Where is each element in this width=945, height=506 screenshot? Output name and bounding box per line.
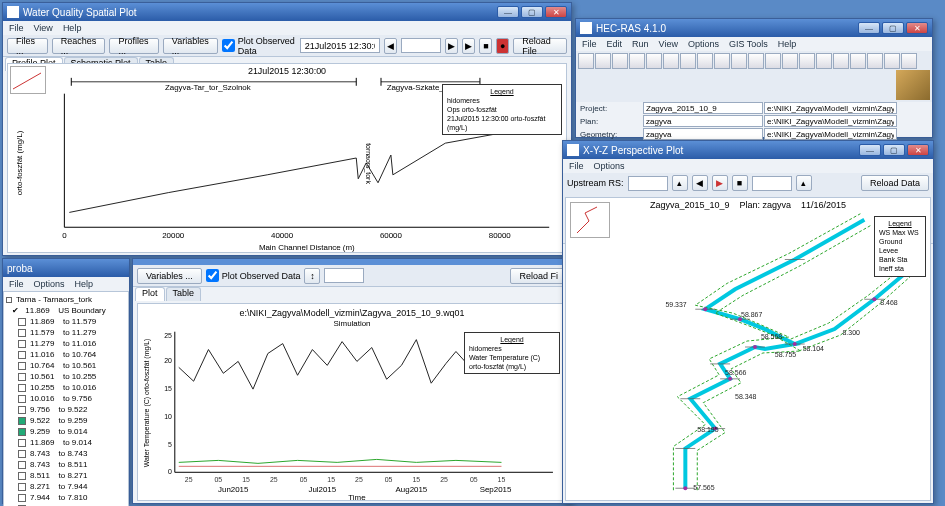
- tab-plot[interactable]: Plot: [135, 287, 165, 301]
- tool-run-icon[interactable]: [663, 53, 679, 69]
- maximize-button[interactable]: ▢: [883, 144, 905, 156]
- menu-help[interactable]: Help: [778, 39, 797, 49]
- slider-field[interactable]: [752, 176, 792, 191]
- checkbox-icon[interactable]: [18, 439, 26, 447]
- tree-row[interactable]: 11.579 to 11.279: [6, 327, 126, 338]
- tool-geom-icon[interactable]: [612, 53, 628, 69]
- menu-edit[interactable]: Edit: [607, 39, 623, 49]
- tree-row[interactable]: 10.016 to 9.756: [6, 393, 126, 404]
- hec-row-path[interactable]: [764, 128, 897, 140]
- tree-row[interactable]: 8.271 to 7.944: [6, 481, 126, 492]
- minimize-button[interactable]: —: [497, 6, 519, 18]
- checkbox-icon[interactable]: [18, 428, 26, 436]
- tool-profile-icon[interactable]: [697, 53, 713, 69]
- checkbox-icon[interactable]: [18, 340, 26, 348]
- variables-button[interactable]: Variables ...: [163, 38, 218, 54]
- tool-hydrograph-icon[interactable]: [748, 53, 764, 69]
- close-button[interactable]: ✕: [545, 6, 567, 18]
- up-rs-spin[interactable]: ▴: [672, 175, 688, 191]
- hec-row-name[interactable]: [643, 115, 763, 127]
- reload-file-button[interactable]: Reload File: [513, 38, 567, 54]
- menu-gis[interactable]: GIS Tools: [729, 39, 768, 49]
- tool-15-icon[interactable]: [816, 53, 832, 69]
- slider-spin[interactable]: ▴: [796, 175, 812, 191]
- files-button[interactable]: Files ...: [7, 38, 48, 54]
- tool-18-icon[interactable]: [867, 53, 883, 69]
- tool-table-icon[interactable]: [765, 53, 781, 69]
- checkbox-icon[interactable]: [18, 351, 26, 359]
- minimize-button[interactable]: —: [858, 22, 880, 34]
- tab-table[interactable]: Table: [166, 287, 202, 301]
- tree-row[interactable]: 11.869 to 9.014: [6, 437, 126, 448]
- play-button[interactable]: ▶: [712, 175, 728, 191]
- close-button[interactable]: ✕: [907, 144, 929, 156]
- checkbox-icon[interactable]: [18, 395, 26, 403]
- tool-plan-icon[interactable]: [646, 53, 662, 69]
- menu-view[interactable]: View: [34, 23, 53, 33]
- tool-summary-icon[interactable]: [782, 53, 798, 69]
- tree-row[interactable]: 9.259 to 9.014: [6, 426, 126, 437]
- tool-17-icon[interactable]: [850, 53, 866, 69]
- tree-row[interactable]: 11.869 to 11.579: [6, 316, 126, 327]
- step-back-button[interactable]: ◀: [384, 38, 397, 54]
- menu-file[interactable]: File: [9, 279, 24, 289]
- tool-rating-icon[interactable]: [714, 53, 730, 69]
- play-button[interactable]: ▶: [462, 38, 475, 54]
- menu-view[interactable]: View: [659, 39, 678, 49]
- tool-open-icon[interactable]: [578, 53, 594, 69]
- tool-xs-icon[interactable]: [680, 53, 696, 69]
- checkbox-icon[interactable]: [18, 329, 26, 337]
- menu-options[interactable]: Options: [594, 161, 625, 171]
- tree-row[interactable]: 9.522 to 9.259: [6, 415, 126, 426]
- tree-row[interactable]: 10.561 to 10.255: [6, 371, 126, 382]
- menu-file[interactable]: File: [569, 161, 584, 171]
- tree-row[interactable]: 10.764 to 10.561: [6, 360, 126, 371]
- stop-button[interactable]: ■: [732, 175, 748, 191]
- checkbox-icon[interactable]: [18, 373, 26, 381]
- checkbox-icon[interactable]: [18, 406, 26, 414]
- tree-row[interactable]: 11.279 to 11.016: [6, 338, 126, 349]
- menu-run[interactable]: Run: [632, 39, 649, 49]
- checkbox-icon[interactable]: [18, 483, 26, 491]
- reload-data-button[interactable]: Reload Data: [861, 175, 929, 191]
- tree-row[interactable]: 8.743 to 8.511: [6, 459, 126, 470]
- menu-options[interactable]: Options: [688, 39, 719, 49]
- hec-row-name[interactable]: [643, 102, 763, 114]
- stop-button[interactable]: ■: [479, 38, 492, 54]
- spatial-titlebar[interactable]: Water Quality Spatial Plot — ▢ ✕: [3, 3, 571, 21]
- tree-row[interactable]: 8.743 to 8.743: [6, 448, 126, 459]
- minimize-button[interactable]: —: [859, 144, 881, 156]
- tool-19-icon[interactable]: [884, 53, 900, 69]
- menu-options[interactable]: Options: [34, 279, 65, 289]
- checkbox-icon[interactable]: [18, 461, 26, 469]
- tree-row[interactable]: 8.511 to 8.271: [6, 470, 126, 481]
- hec-row-name[interactable]: [643, 128, 763, 140]
- tool-20-icon[interactable]: [901, 53, 917, 69]
- tree-row[interactable]: 9.756 to 9.522: [6, 404, 126, 415]
- checkbox-icon[interactable]: [18, 417, 26, 425]
- tool-16-icon[interactable]: [833, 53, 849, 69]
- tool-dss-icon[interactable]: [799, 53, 815, 69]
- tree-row[interactable]: 7.944 to 7.810: [6, 492, 126, 503]
- plot-observed-check[interactable]: Plot Observed Data: [222, 36, 296, 56]
- hec-row-path[interactable]: [764, 102, 897, 114]
- index-field[interactable]: [324, 268, 364, 283]
- variables-button[interactable]: Variables ...: [137, 268, 202, 284]
- maximize-button[interactable]: ▢: [521, 6, 543, 18]
- slider-field[interactable]: [401, 38, 441, 53]
- menu-help[interactable]: Help: [63, 23, 82, 33]
- maximize-button[interactable]: ▢: [882, 22, 904, 34]
- close-button[interactable]: ✕: [906, 22, 928, 34]
- tree-titlebar[interactable]: proba: [3, 259, 129, 277]
- menu-file[interactable]: File: [9, 23, 24, 33]
- checkbox-icon[interactable]: [18, 472, 26, 480]
- xyz-titlebar[interactable]: X-Y-Z Perspective Plot — ▢ ✕: [563, 141, 933, 159]
- checkbox-icon[interactable]: [18, 384, 26, 392]
- hec-titlebar[interactable]: HEC-RAS 4.1.0 — ▢ ✕: [576, 19, 932, 37]
- sort-button[interactable]: ↕: [304, 268, 320, 284]
- tree-row[interactable]: 10.255 to 10.016: [6, 382, 126, 393]
- reaches-button[interactable]: Reaches ...: [52, 38, 106, 54]
- checkbox-icon[interactable]: [18, 494, 26, 502]
- checkbox-icon[interactable]: [18, 318, 26, 326]
- plot-observed-check[interactable]: Plot Observed Data: [206, 269, 301, 282]
